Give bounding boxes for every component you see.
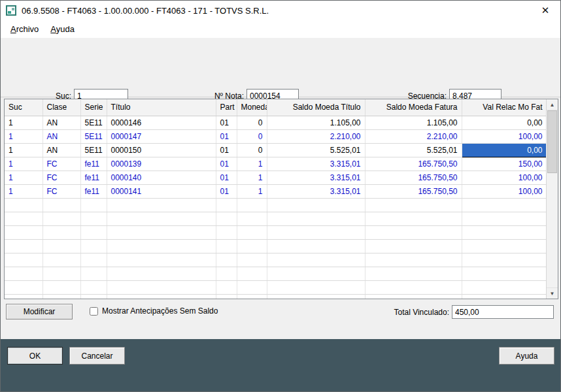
column-header[interactable]: Saldo Moeda Título bbox=[267, 99, 365, 116]
table-cell[interactable]: 0000147 bbox=[107, 129, 216, 143]
table-row[interactable]: 1AN5E1100001500105.525,015.525,010,00 bbox=[5, 143, 546, 157]
table-cell-empty bbox=[365, 198, 462, 212]
table-cell-empty bbox=[42, 294, 80, 299]
table-cell-empty bbox=[42, 239, 80, 253]
column-header[interactable]: Saldo Moeda Fatura bbox=[365, 99, 462, 116]
table-cell[interactable]: 0,00 bbox=[462, 143, 546, 157]
scroll-up-icon[interactable]: ▲ bbox=[547, 99, 558, 110]
table-cell[interactable]: 1 bbox=[5, 171, 42, 184]
table-cell[interactable]: fe11 bbox=[80, 157, 107, 171]
table-cell[interactable]: 100,00 bbox=[462, 171, 546, 184]
table-cell[interactable]: 1 bbox=[5, 184, 42, 198]
table-cell[interactable]: 3.315,01 bbox=[267, 171, 365, 184]
ok-button[interactable]: OK bbox=[7, 347, 63, 365]
table-cell[interactable]: 3.315,01 bbox=[267, 157, 365, 171]
table-cell[interactable]: 0 bbox=[237, 129, 267, 143]
table-cell[interactable]: 01 bbox=[216, 116, 237, 129]
table-cell[interactable]: 01 bbox=[216, 184, 237, 198]
table-cell[interactable]: FC bbox=[42, 184, 80, 198]
table-row[interactable]: 1FCfe1100001390113.315,01165.750,50150,0… bbox=[5, 157, 546, 171]
table-cell[interactable]: 1.105,00 bbox=[267, 116, 365, 129]
table-row[interactable]: 1FCfe1100001410113.315,01165.750,50100,0… bbox=[5, 184, 546, 198]
menu-ayuda[interactable]: Ayuda bbox=[44, 22, 80, 37]
table-row-empty[interactable] bbox=[5, 212, 546, 225]
table-cell[interactable]: 0000140 bbox=[107, 171, 216, 184]
scroll-down-icon[interactable]: ▼ bbox=[547, 287, 558, 299]
table-row-empty[interactable] bbox=[5, 253, 546, 267]
table-cell[interactable]: 1 bbox=[237, 157, 267, 171]
column-header[interactable]: Moneda bbox=[237, 99, 267, 116]
column-header[interactable]: Serie bbox=[80, 99, 107, 116]
table-cell[interactable]: AN bbox=[42, 143, 80, 157]
modificar-button[interactable]: Modificar bbox=[6, 304, 73, 319]
table-cell[interactable]: fe11 bbox=[80, 171, 107, 184]
table-row-empty[interactable] bbox=[5, 267, 546, 280]
scrollbar-thumb[interactable] bbox=[547, 110, 557, 173]
table-cell[interactable]: 165.750,50 bbox=[365, 184, 462, 198]
table-cell[interactable]: 5E11 bbox=[80, 143, 107, 157]
table-cell[interactable]: 165.750,50 bbox=[365, 171, 462, 184]
ayuda-button[interactable]: Ayuda bbox=[499, 347, 554, 365]
cancel-button[interactable]: Cancelar bbox=[69, 347, 125, 365]
grid-header-row: SucClaseSerieTítuloPartMonedaSaldo Moeda… bbox=[5, 99, 546, 116]
column-header[interactable]: Part bbox=[216, 99, 237, 116]
table-cell[interactable]: AN bbox=[42, 116, 80, 129]
table-cell[interactable]: fe11 bbox=[80, 184, 107, 198]
table-cell[interactable]: 0000139 bbox=[107, 157, 216, 171]
table-row-empty[interactable] bbox=[5, 239, 546, 253]
table-cell[interactable]: 5.525,01 bbox=[267, 143, 365, 157]
menu-archivo[interactable]: Archivo bbox=[5, 22, 44, 37]
table-row-empty[interactable] bbox=[5, 294, 546, 299]
column-header[interactable]: Val Relac Mo Fat bbox=[462, 99, 546, 116]
table-cell[interactable]: 01 bbox=[216, 143, 237, 157]
table-cell[interactable]: 0 bbox=[237, 143, 267, 157]
table-cell[interactable]: 01 bbox=[216, 157, 237, 171]
table-cell[interactable]: AN bbox=[42, 129, 80, 143]
table-cell[interactable]: FC bbox=[42, 171, 80, 184]
table-cell-empty bbox=[80, 212, 107, 225]
table-cell[interactable]: 5E11 bbox=[80, 116, 107, 129]
table-cell-empty bbox=[107, 212, 216, 225]
table-cell[interactable]: 2.210,00 bbox=[365, 129, 462, 143]
table-cell[interactable]: 165.750,50 bbox=[365, 157, 462, 171]
table-cell[interactable]: 0000146 bbox=[107, 116, 216, 129]
table-cell-empty bbox=[80, 267, 107, 280]
table-cell[interactable]: 1 bbox=[237, 171, 267, 184]
table-cell[interactable]: 1.105,00 bbox=[365, 116, 462, 129]
table-row[interactable]: 1AN5E1100001470102.210,002.210,00100,00 bbox=[5, 129, 546, 143]
vertical-scrollbar[interactable]: ▲ ▼ bbox=[546, 99, 558, 299]
table-row-empty[interactable] bbox=[5, 280, 546, 294]
table-row-empty[interactable] bbox=[5, 198, 546, 212]
table-cell[interactable]: 5E11 bbox=[80, 129, 107, 143]
table-row[interactable]: 1AN5E1100001460101.105,001.105,000,00 bbox=[5, 116, 546, 129]
table-cell[interactable]: 1 bbox=[237, 184, 267, 198]
table-cell[interactable]: 0 bbox=[237, 116, 267, 129]
table-cell[interactable]: 0000150 bbox=[107, 143, 216, 157]
table-cell[interactable]: 01 bbox=[216, 171, 237, 184]
table-cell[interactable]: 150,00 bbox=[462, 157, 546, 171]
table-cell[interactable]: 100,00 bbox=[462, 184, 546, 198]
table-cell[interactable]: 01 bbox=[216, 129, 237, 143]
show-antecipacoes-checkbox-row[interactable]: Mostrar Antecipações Sem Saldo bbox=[90, 306, 218, 316]
table-cell[interactable]: 1 bbox=[5, 129, 42, 143]
total-vinculado-field[interactable] bbox=[452, 305, 554, 319]
table-row[interactable]: 1FCfe1100001400113.315,01165.750,50100,0… bbox=[5, 171, 546, 184]
column-header[interactable]: Título bbox=[107, 99, 216, 116]
table-cell[interactable]: 5.525,01 bbox=[365, 143, 462, 157]
table-row-empty[interactable] bbox=[5, 225, 546, 239]
table-cell[interactable]: 0000141 bbox=[107, 184, 216, 198]
table-cell[interactable]: 2.210,00 bbox=[267, 129, 365, 143]
table-cell[interactable]: 3.315,01 bbox=[267, 184, 365, 198]
table-cell-empty bbox=[107, 280, 216, 294]
column-header[interactable]: Suc bbox=[5, 99, 42, 116]
table-cell[interactable]: 1 bbox=[5, 157, 42, 171]
table-cell[interactable]: 1 bbox=[5, 143, 42, 157]
show-antecipacoes-checkbox[interactable] bbox=[90, 307, 98, 316]
table-cell[interactable]: 0,00 bbox=[462, 116, 546, 129]
table-cell[interactable]: FC bbox=[42, 157, 80, 171]
table-cell-empty bbox=[107, 239, 216, 253]
table-cell[interactable]: 100,00 bbox=[462, 129, 546, 143]
column-header[interactable]: Clase bbox=[42, 99, 80, 116]
close-icon[interactable]: ✕ bbox=[534, 1, 556, 20]
table-cell[interactable]: 1 bbox=[5, 116, 42, 129]
